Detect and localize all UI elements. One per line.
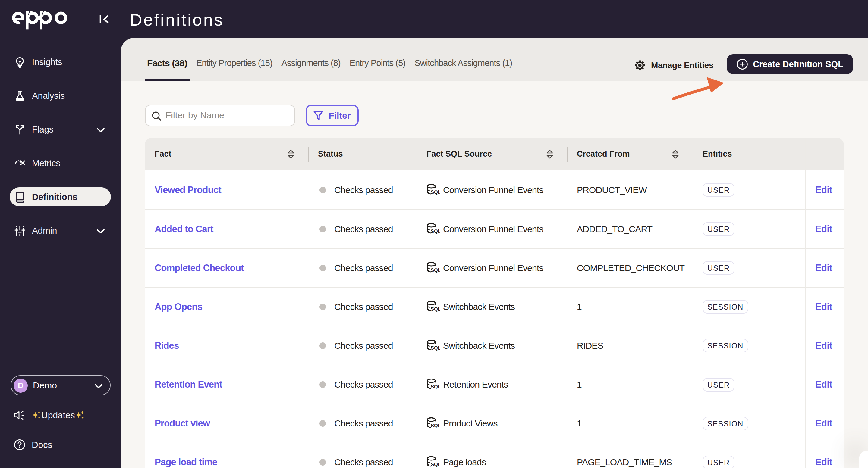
- svg-text:SQL: SQL: [431, 190, 440, 195]
- svg-text:SQL: SQL: [431, 423, 440, 428]
- svg-text:SQL: SQL: [431, 229, 440, 234]
- svg-text:SQL: SQL: [431, 267, 440, 273]
- svg-text:SQL: SQL: [431, 462, 440, 467]
- svg-text:SQL: SQL: [431, 345, 440, 350]
- svg-text:SQL: SQL: [431, 384, 440, 390]
- svg-text:SQL: SQL: [431, 306, 440, 312]
